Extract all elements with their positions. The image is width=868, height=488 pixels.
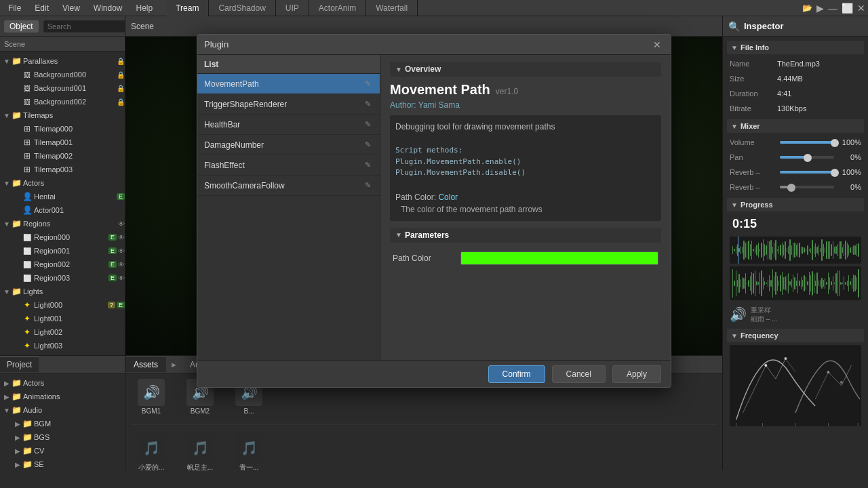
waveform-bottom (730, 266, 861, 300)
tree-tilemap000[interactable]: ⊞ Tilemap000 (0, 122, 125, 136)
proj-animations[interactable]: ▶ 📁 Animations (0, 390, 125, 403)
plugin-description: Debugging tool for drawing movement path… (390, 115, 661, 221)
plugin-damagenumber[interactable]: DamageNumber ✎ (197, 135, 380, 155)
plugin-triggershaperenderer[interactable]: TriggerShapeRenderer ✎ (197, 94, 380, 115)
left-panel: Object ⊞ Scene ▼ 📁 Parallaxes 🔒 🖼 Backgr… (0, 16, 125, 355)
tree-background002[interactable]: 🖼 Background002 🔒 (0, 95, 125, 108)
tab-tream[interactable]: Tream (166, 0, 209, 16)
plugin-edit-icon[interactable]: ✎ (362, 99, 373, 110)
eye-icon: 👁 (118, 261, 125, 268)
volume-slider[interactable] (780, 141, 834, 144)
actor001-label: Actor001 (34, 206, 125, 214)
apply-button[interactable]: Apply (612, 365, 661, 383)
proj-cv[interactable]: ▶ 📁 CV (0, 444, 125, 458)
reverb1-slider[interactable] (780, 171, 834, 174)
tree-actor001[interactable]: 👤 Actor001 (0, 203, 125, 217)
svg-point-9 (785, 357, 787, 360)
plugin-edit-icon[interactable]: ✎ (362, 140, 373, 150)
asset-track2[interactable]: 🎵 帆足主... (180, 434, 220, 470)
path-color-swatch[interactable] (460, 251, 658, 265)
tree-tilemaps[interactable]: ▼ 📁 Tilemaps (0, 108, 125, 122)
file-info-section[interactable]: ▼ File Info (727, 41, 864, 54)
proj-actors[interactable]: ▶ 📁 Actors (0, 376, 125, 390)
proj-se[interactable]: ▶ 📁 SE (0, 458, 125, 470)
mixer-section[interactable]: ▼ Mixer (727, 119, 864, 133)
pan-slider[interactable] (780, 156, 834, 159)
plugin-author: Author: Yami Sama (390, 100, 661, 110)
tree-region002[interactable]: ⬜ Region002 E 👁 (0, 258, 125, 271)
progress-section[interactable]: ▼ Progress (727, 198, 864, 211)
tree-regions[interactable]: ▼ 📁 Regions 👁 (0, 217, 125, 230)
tree-tilemap003[interactable]: ⊞ Tilemap003 (0, 163, 125, 176)
minimize-icon[interactable]: — (828, 3, 837, 14)
asset-track1[interactable]: 🎵 小爱的... (131, 434, 172, 470)
menu-edit[interactable]: Edit (29, 2, 54, 14)
menu-view[interactable]: View (57, 2, 85, 14)
plugin-list-title: List (204, 60, 218, 69)
plugin-edit-icon[interactable]: ✎ (362, 79, 373, 89)
reverb2-slider[interactable] (780, 186, 834, 188)
tree-region003[interactable]: ⬜ Region003 E 👁 (0, 271, 125, 285)
close-icon[interactable]: ✕ (857, 3, 865, 14)
svg-line-2 (766, 365, 776, 379)
play-icon[interactable]: ▶ (816, 3, 824, 14)
tilemap-icon: ⊞ (22, 165, 33, 174)
dialog-close-button[interactable]: ✕ (650, 38, 664, 52)
tab-assets[interactable]: Assets (125, 357, 166, 372)
maximize-icon[interactable]: ⬜ (842, 3, 853, 14)
plugin-healthbar[interactable]: HealthBar ✎ (197, 115, 380, 135)
tab-uip[interactable]: UIP (276, 0, 309, 16)
tree-lights[interactable]: ▼ 📁 Lights (0, 285, 125, 298)
plugin-edit-icon[interactable]: ✎ (362, 160, 373, 171)
tree-tilemap002[interactable]: ⊞ Tilemap002 (0, 149, 125, 163)
tree-parallaxes[interactable]: ▼ 📁 Parallaxes 🔒 (0, 54, 125, 68)
asset-track3[interactable]: 🎵 青一... (229, 434, 269, 470)
plugin-movementpath[interactable]: MovementPath ✎ (197, 74, 380, 94)
proj-audio[interactable]: ▼ 📁 Audio (0, 403, 125, 417)
actor-icon: 👤 (22, 205, 33, 215)
plugin-edit-icon[interactable]: ✎ (362, 119, 373, 130)
cancel-button[interactable]: Cancel (552, 365, 606, 383)
plugin-name-header: Movement Path ver1.0 (390, 82, 661, 98)
assets-nav-arrow[interactable]: ► (166, 358, 182, 371)
background-icon: 🖼 (22, 71, 33, 79)
menu-help[interactable]: Help (131, 2, 159, 14)
tree-region001[interactable]: ⬜ Region001 E 👁 (0, 244, 125, 258)
tree-actors[interactable]: ▼ 📁 Actors (0, 176, 125, 190)
tab-actoranim[interactable]: ActorAnim (309, 0, 366, 16)
tab-cardshadow[interactable]: CardShadow (209, 0, 275, 16)
tree-background001[interactable]: 🖼 Background001 🔒 (0, 81, 125, 95)
tree-hentai[interactable]: 👤 Hentai E (0, 190, 125, 203)
volume-value: 100% (837, 138, 861, 146)
asset-track2-label: 帆足主... (187, 463, 213, 470)
tree-light002[interactable]: ✦ Light002 (0, 325, 125, 339)
tree-light001[interactable]: ✦ Light001 (0, 312, 125, 325)
reverb1-label: Reverb – (730, 168, 777, 176)
menu-file[interactable]: File (3, 2, 26, 14)
asset-bgm1[interactable]: 🔊 BGM1 (131, 379, 172, 415)
proj-bgm[interactable]: ▶ 📁 BGM (0, 417, 125, 430)
project-tree: ▶ 📁 Actors ▶ 📁 Animations ▼ 📁 Audio ▶ 📁 … (0, 373, 125, 470)
folder-icon[interactable]: 📂 (802, 3, 812, 13)
speaker-icon[interactable]: 🔊 (730, 306, 747, 323)
plugin-flasheffect[interactable]: FlashEffect ✎ (197, 155, 380, 176)
tree-tilemap001[interactable]: ⊞ Tilemap001 (0, 136, 125, 149)
tree-light003[interactable]: ✦ Light003 (0, 339, 125, 352)
frequency-section[interactable]: ▼ Frequency (727, 329, 864, 342)
plugin-smoothcamerafollow[interactable]: SmoothCameraFollow ✎ (197, 176, 380, 196)
frequency-title: Frequency (741, 331, 778, 340)
svg-line-1 (756, 365, 766, 386)
search-input[interactable] (43, 20, 125, 33)
object-button[interactable]: Object (4, 20, 39, 33)
tab-project[interactable]: Project (0, 357, 39, 372)
plugin-script1: Plugin.MovementPath.enable() (395, 157, 656, 168)
proj-bgs[interactable]: ▶ 📁 BGS (0, 430, 125, 444)
confirm-button[interactable]: Confirm (488, 365, 545, 383)
tree-region000[interactable]: ⬜ Region000 E 👁 (0, 230, 125, 244)
tree-light000[interactable]: ✦ Light000 ? E (0, 298, 125, 312)
plugin-edit-icon[interactable]: ✎ (362, 180, 373, 191)
tab-waterfall[interactable]: Waterfall (366, 0, 418, 16)
tree-background000[interactable]: 🖼 Background000 🔒 (0, 68, 125, 81)
proj-bgs-label: BGS (34, 433, 125, 441)
menu-window[interactable]: Window (88, 2, 128, 14)
